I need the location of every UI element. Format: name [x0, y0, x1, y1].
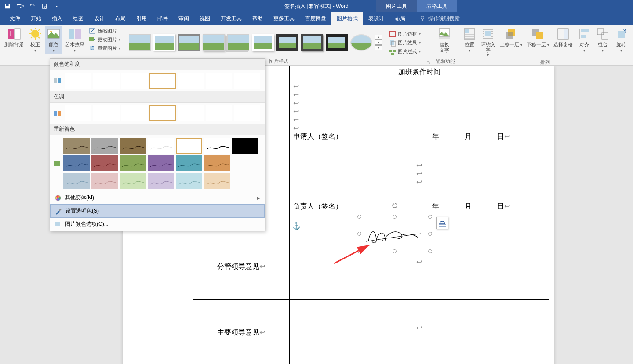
recolor-swatch[interactable]: [91, 173, 118, 189]
print-preview-button[interactable]: [39, 1, 50, 11]
recolor-swatch[interactable]: [176, 173, 202, 189]
tab-home[interactable]: 开始: [25, 12, 47, 25]
recolor-swatch[interactable]: [63, 138, 90, 154]
recolor-swatch[interactable]: [176, 155, 202, 171]
styles-dialog-launcher[interactable]: ⤡: [426, 59, 431, 65]
wrap-text-button[interactable]: 环绕文 字▾: [479, 26, 497, 58]
layout-options-button[interactable]: [436, 217, 448, 229]
corrections-button[interactable]: 校正▾: [26, 26, 44, 54]
recolor-swatch[interactable]: [120, 155, 146, 171]
recolor-swatch[interactable]: [204, 138, 230, 154]
rotate-handle[interactable]: [391, 202, 398, 209]
recolor-swatch[interactable]: [63, 155, 90, 171]
saturation-swatch[interactable]: [149, 73, 176, 89]
rotate-button[interactable]: 旋转▾: [612, 26, 630, 54]
tab-review[interactable]: 审阅: [173, 12, 194, 25]
saturation-swatch[interactable]: [178, 73, 204, 89]
recolor-swatch[interactable]: [120, 138, 146, 154]
tab-design[interactable]: 设计: [89, 12, 110, 25]
undo-button[interactable]: ▾: [14, 1, 25, 11]
tab-table-layout[interactable]: 布局: [389, 12, 411, 25]
tab-layout[interactable]: 布局: [110, 12, 131, 25]
tab-view[interactable]: 视图: [194, 12, 215, 25]
saturation-swatch[interactable]: [234, 73, 260, 89]
redo-button[interactable]: [26, 1, 38, 11]
gallery-up[interactable]: ▴: [375, 35, 382, 40]
selection-pane-button[interactable]: 选择窗格: [552, 26, 575, 48]
send-backward-button[interactable]: 下移一层 ▾: [525, 26, 551, 49]
style-thumb[interactable]: [178, 34, 200, 51]
recolor-swatch[interactable]: [176, 138, 202, 154]
recolor-swatch[interactable]: [204, 155, 230, 171]
compress-picture[interactable]: 压缩图片: [87, 27, 122, 35]
style-thumb[interactable]: [153, 34, 175, 51]
tone-swatch[interactable]: [121, 105, 148, 121]
tone-swatch[interactable]: [93, 105, 120, 121]
tab-references[interactable]: 引用: [131, 12, 152, 25]
resize-handle[interactable]: [428, 215, 432, 219]
saturation-swatch[interactable]: [206, 73, 232, 89]
resize-handle[interactable]: [357, 232, 361, 236]
gallery-down[interactable]: ▾: [375, 40, 382, 45]
more-variants-item[interactable]: 其他变体(M) ▶: [50, 191, 265, 204]
style-thumb[interactable]: [326, 34, 348, 51]
tone-swatch[interactable]: [149, 105, 176, 121]
recolor-swatch[interactable]: [204, 173, 230, 189]
signature-image-selected[interactable]: [360, 217, 430, 251]
tell-me-search[interactable]: 操作说明搜索: [411, 12, 460, 25]
saturation-swatch[interactable]: [93, 73, 120, 89]
style-thumb[interactable]: [129, 34, 151, 51]
saturation-swatch[interactable]: [65, 73, 91, 89]
style-thumb[interactable]: [301, 34, 323, 51]
saturation-swatch[interactable]: [121, 73, 148, 89]
qat-customize[interactable]: ▾: [51, 1, 62, 11]
resize-handle[interactable]: [357, 215, 361, 219]
change-picture[interactable]: 更改图片 ▾: [87, 36, 122, 43]
recolor-swatch[interactable]: [120, 173, 146, 189]
style-thumb[interactable]: [276, 34, 298, 51]
resize-handle[interactable]: [393, 249, 397, 253]
tone-swatch[interactable]: [65, 105, 91, 121]
tone-swatch[interactable]: [234, 105, 260, 121]
picture-layout[interactable]: 图片版式 ▾: [387, 48, 422, 56]
resize-handle[interactable]: [357, 249, 361, 253]
remove-background-button[interactable]: 删除背景: [3, 26, 25, 48]
tab-mail[interactable]: 邮件: [152, 12, 173, 25]
style-thumb[interactable]: [203, 34, 225, 51]
color-button[interactable]: 颜色▾: [45, 26, 62, 54]
tab-insert[interactable]: 插入: [47, 12, 68, 25]
tab-baidu[interactable]: 百度网盘: [300, 12, 331, 25]
recolor-swatch[interactable]: [148, 173, 174, 189]
bring-forward-button[interactable]: 上移一层 ▾: [498, 26, 524, 49]
tab-developer[interactable]: 开发工具: [215, 12, 247, 25]
group-objects-button[interactable]: 组合▾: [594, 26, 611, 54]
align-button[interactable]: 对齐▾: [575, 26, 593, 54]
picture-effects[interactable]: 图片效果 ▾: [387, 39, 422, 47]
tab-more-tools[interactable]: 更多工具: [268, 12, 300, 25]
recolor-swatch[interactable]: [148, 155, 174, 171]
picture-border[interactable]: 图片边框 ▾: [387, 30, 422, 38]
recolor-swatch[interactable]: [91, 138, 118, 154]
artistic-effects-button[interactable]: 艺术效果▾: [63, 26, 86, 54]
picture-color-options-item[interactable]: 图片颜色选项(C)...: [50, 218, 265, 231]
tone-swatch[interactable]: [206, 105, 232, 121]
resize-handle[interactable]: [428, 249, 432, 253]
style-thumb[interactable]: [350, 34, 372, 51]
style-thumb[interactable]: [227, 34, 249, 51]
recolor-swatch[interactable]: [232, 138, 258, 154]
recolor-swatch[interactable]: [91, 155, 118, 171]
tab-file[interactable]: 文件: [4, 12, 25, 25]
tab-picture-format[interactable]: 图片格式: [331, 12, 363, 25]
save-button[interactable]: [2, 1, 13, 11]
recolor-swatch[interactable]: [63, 173, 90, 189]
alt-text-button[interactable]: 替换 文字: [436, 26, 453, 54]
resize-handle[interactable]: [428, 232, 432, 236]
recolor-swatch[interactable]: [148, 138, 174, 154]
style-thumb[interactable]: [252, 34, 274, 51]
reset-picture[interactable]: 重置图片 ▾: [87, 44, 122, 52]
resize-handle[interactable]: [393, 215, 397, 219]
position-button[interactable]: 位置▾: [461, 26, 478, 54]
tab-table-design[interactable]: 表设计: [363, 12, 389, 25]
tone-swatch[interactable]: [178, 105, 204, 121]
gallery-expand[interactable]: ▼: [375, 45, 382, 50]
